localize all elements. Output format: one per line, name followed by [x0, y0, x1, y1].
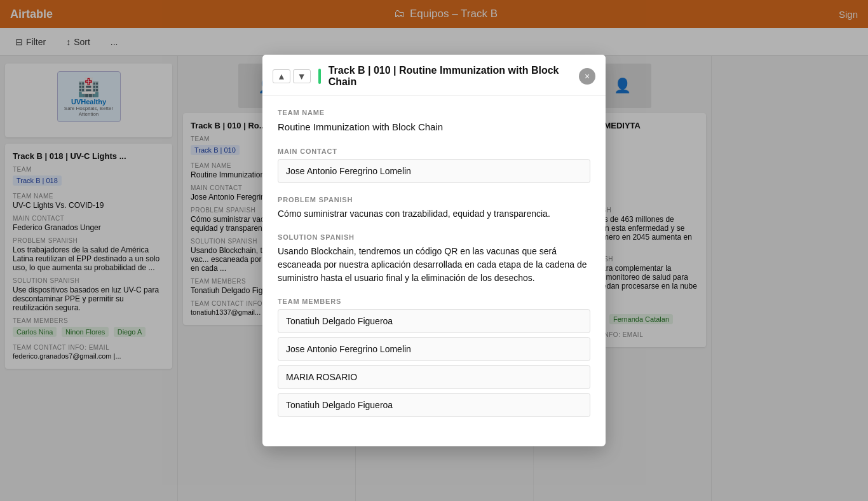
- modal-header: ▲ ▼ Track B | 010 | Routine Immunization…: [262, 55, 606, 96]
- modal-close-button[interactable]: ×: [579, 68, 595, 85]
- modal-prev-button[interactable]: ▲: [273, 69, 290, 83]
- field-team-name: TEAM NAME Routine Immunization with Bloc…: [278, 109, 590, 135]
- field-team-members: TEAM MEMBERS: [278, 298, 590, 421]
- field-problem-value: Cómo suministrar vacunas con trazabilida…: [278, 207, 590, 221]
- member-input-0[interactable]: [278, 309, 590, 333]
- modal-overlay[interactable]: ▲ ▼ Track B | 010 | Routine Immunization…: [0, 0, 868, 501]
- modal-accent-bar: [318, 69, 321, 84]
- field-team-name-label: TEAM NAME: [278, 109, 590, 116]
- field-main-contact-label: MAIN CONTACT: [278, 148, 590, 155]
- field-main-contact: MAIN CONTACT: [278, 148, 590, 183]
- member-input-2[interactable]: [278, 365, 590, 389]
- modal-nav: ▲ ▼: [273, 69, 311, 83]
- field-team-name-value: Routine Immunization with Block Chain: [278, 120, 590, 135]
- field-problem-spanish: PROBLEM SPANISH Cómo suministrar vacunas…: [278, 196, 590, 221]
- main-contact-input[interactable]: [278, 159, 590, 183]
- field-problem-label: PROBLEM SPANISH: [278, 196, 590, 203]
- modal-body: TEAM NAME Routine Immunization with Bloc…: [262, 96, 606, 446]
- field-team-members-label: TEAM MEMBERS: [278, 298, 590, 305]
- modal-next-button[interactable]: ▼: [293, 69, 311, 83]
- member-input-3[interactable]: [278, 393, 590, 417]
- field-solution-label: SOLUTION SPANISH: [278, 233, 590, 241]
- field-solution-spanish: SOLUTION SPANISH Usando Blockchain, tend…: [278, 233, 590, 285]
- modal-dialog: ▲ ▼ Track B | 010 | Routine Immunization…: [262, 55, 606, 446]
- field-solution-value: Usando Blockchain, tendremos un código Q…: [278, 245, 590, 285]
- modal-title: Track B | 010 | Routine Immunization wit…: [329, 65, 574, 88]
- member-input-1[interactable]: [278, 337, 590, 361]
